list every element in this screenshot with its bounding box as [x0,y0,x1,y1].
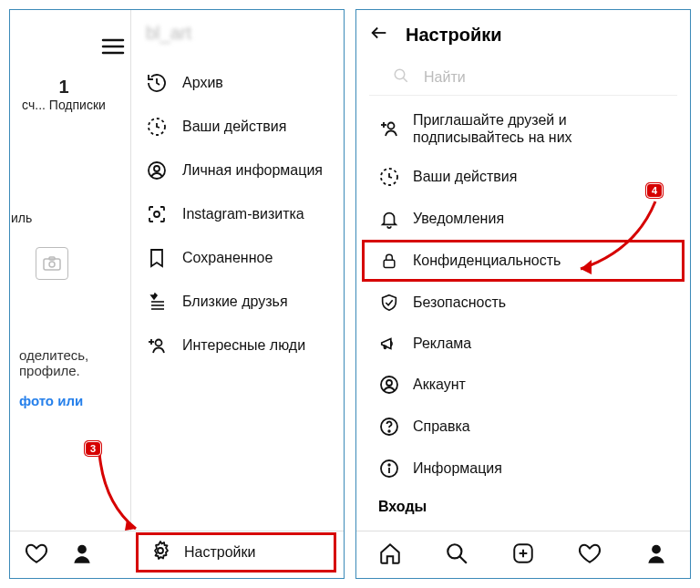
drawer-username: bl_art [131,10,344,61]
right-screenshot: Настройки Приглашайте друзей и подписыва… [355,9,691,579]
row-activity[interactable]: Ваши действия [362,156,685,198]
tab-cut-label: иль [11,211,32,225]
row-label: Реклама [413,335,471,352]
bell-icon [378,208,400,230]
menu-item-personal-info[interactable]: Личная информация [131,149,344,192]
help-icon [378,416,400,438]
share-text: оделитесь, профиле. [19,347,88,378]
menu-label: Архив [182,75,223,91]
menu-label: Интересные люди [182,337,305,354]
svg-point-9 [154,211,160,217]
svg-point-40 [652,544,661,553]
menu-item-nametag[interactable]: Instagram-визитка [131,192,344,236]
qr-icon [146,203,168,225]
menu-label: Instagram-визитка [182,206,304,222]
search-nav-icon[interactable] [445,542,468,569]
menu-label: Близкие друзья [182,294,288,310]
settings-header: Настройки [356,10,690,59]
subscriptions-count: 1 [10,77,118,98]
row-privacy[interactable]: Конфиденциальность [362,240,685,282]
search-row[interactable] [369,59,677,96]
svg-rect-3 [44,259,60,270]
svg-point-14 [156,340,162,346]
info-icon [378,458,400,480]
svg-marker-10 [151,294,157,299]
row-label: Уведомления [413,211,504,227]
heart-icon[interactable] [25,542,48,569]
subscriptions-label: Подписки [49,98,106,112]
svg-point-18 [158,548,163,553]
row-notifications[interactable]: Уведомления [362,198,685,240]
svg-point-21 [395,69,405,79]
menu-item-activity[interactable]: Ваши действия [131,105,344,149]
menu-label: Сохраненное [182,250,273,266]
row-label: Конфиденциальность [413,253,561,269]
menu-item-close-friends[interactable]: Близкие друзья [131,280,344,324]
search-icon [393,67,409,88]
svg-point-35 [448,544,461,558]
activity-icon [146,116,168,138]
svg-rect-27 [384,261,395,268]
add-post-icon[interactable] [511,542,535,569]
row-label: Ваши действия [413,169,517,185]
menu-item-discover-people[interactable]: Интересные люди [131,324,344,367]
step-badge-3: 3 [85,441,101,456]
row-label: Аккаунт [413,377,466,393]
settings-label: Настройки [184,544,255,561]
row-label: Справка [413,418,470,435]
heart-icon[interactable] [578,542,602,569]
stat-prefix-cut: сч... [22,98,46,112]
svg-point-23 [388,123,395,129]
settings-button[interactable]: Настройки [136,532,336,573]
profile-icon[interactable] [644,542,668,569]
svg-line-36 [459,556,467,563]
menu-item-saved[interactable]: Сохраненное [131,236,344,280]
svg-point-17 [77,544,87,553]
side-drawer: bl_art Архив Ваши действия Личная информ… [130,10,344,531]
svg-point-31 [388,431,390,433]
megaphone-icon [378,334,400,354]
share-link[interactable]: фото или [19,393,83,408]
hamburger-icon[interactable] [101,37,125,59]
svg-point-34 [388,465,390,467]
row-label: Безопасность [413,294,506,311]
lock-icon [378,250,400,272]
row-label: Приглашайте друзей и подписывайтесь на н… [413,111,572,146]
row-security[interactable]: Безопасность [362,282,685,324]
menu-label: Ваши действия [182,119,286,135]
profile-sidebar: 1 сч... Подписки [10,10,118,112]
step-badge-4: 4 [646,183,663,198]
home-icon[interactable] [378,542,402,569]
add-person-icon [378,118,400,139]
svg-line-22 [403,77,407,82]
section-logins: Входы [362,490,685,515]
row-account[interactable]: Аккаунт [362,364,685,406]
shield-icon [378,292,400,314]
svg-point-4 [49,262,55,267]
left-screenshot: 1 сч... Подписки иль оделитесь, профиле.… [9,9,345,579]
account-icon [378,374,400,396]
page-title: Настройки [406,25,502,46]
svg-point-8 [154,166,160,171]
profile-icon[interactable] [70,542,94,569]
search-input[interactable] [422,68,654,87]
history-icon [146,72,168,94]
activity-icon [378,166,400,188]
svg-point-29 [386,380,392,386]
gear-icon [149,540,171,565]
row-info[interactable]: Информация [362,448,685,490]
row-help[interactable]: Справка [362,406,685,448]
photo-placeholder-icon [36,247,68,280]
person-circle-icon [146,160,168,181]
bookmark-icon [146,247,168,269]
bottom-nav [356,531,690,578]
row-invite-friends[interactable]: Приглашайте друзей и подписывайтесь на н… [362,101,685,156]
close-friends-icon [146,291,168,313]
back-icon[interactable] [369,23,389,47]
menu-label: Личная информация [182,162,323,179]
row-ads[interactable]: Реклама [362,324,685,364]
add-person-icon [146,335,168,356]
menu-item-archive[interactable]: Архив [131,61,344,105]
settings-list: Приглашайте друзей и подписывайтесь на н… [356,101,690,515]
row-label: Информация [413,460,502,477]
